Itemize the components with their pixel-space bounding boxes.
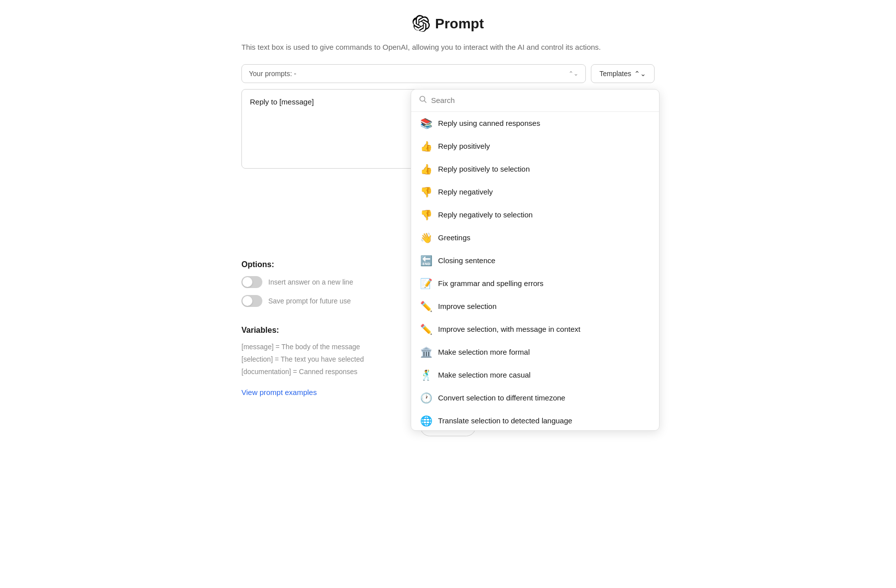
prompts-select[interactable]: Your prompts: - ⌃⌄ — [241, 64, 586, 83]
item-label: Reply using canned responses — [438, 119, 540, 127]
templates-button[interactable]: Templates ⌃⌄ — [591, 64, 655, 83]
item-emoji-icon: 🕺 — [420, 369, 432, 381]
item-emoji-icon: 👎 — [420, 209, 432, 221]
item-label: Convert selection to different timezone — [438, 393, 565, 402]
dropdown-item[interactable]: 👋Greetings — [411, 226, 659, 249]
item-emoji-icon: 👍 — [420, 163, 432, 175]
option-label-2: Save prompt for future use — [268, 297, 351, 305]
item-label: Reply negatively to selection — [438, 210, 533, 219]
dropdown-item[interactable]: 👎Reply negatively to selection — [411, 203, 659, 226]
page-description: This text box is used to give commands t… — [241, 42, 655, 53]
item-label: Fix grammar and spelling errors — [438, 279, 544, 288]
item-label: Greetings — [438, 233, 470, 242]
page-header: Prompt — [412, 15, 484, 33]
dropdown-item[interactable]: 🕺Make selection more casual — [411, 364, 659, 387]
templates-button-label: Templates — [599, 70, 631, 78]
item-emoji-icon: 📝 — [420, 278, 432, 290]
dropdown-item[interactable]: 👍Reply positively — [411, 135, 659, 158]
page-container: Prompt This text box is used to give com… — [224, 15, 672, 588]
dropdown-list: 📚Reply using canned responses👍Reply posi… — [411, 112, 659, 430]
dropdown-item[interactable]: 🕐Convert selection to different timezone — [411, 387, 659, 409]
dropdown-item[interactable]: 📝Fix grammar and spelling errors — [411, 272, 659, 295]
view-examples-link[interactable]: View prompt examples — [241, 388, 317, 396]
item-emoji-icon: 🔚 — [420, 255, 432, 267]
dropdown-item[interactable]: 🔚Closing sentence — [411, 249, 659, 272]
search-icon — [419, 96, 427, 105]
item-label: Improve selection — [438, 302, 497, 310]
item-emoji-icon: 👍 — [420, 140, 432, 152]
dropdown-item[interactable]: 🏛️Make selection more formal — [411, 341, 659, 364]
item-emoji-icon: 👋 — [420, 232, 432, 244]
prompts-select-value: Your prompts: - — [249, 70, 296, 78]
item-emoji-icon: ✏️ — [420, 323, 432, 335]
prompts-select-chevron-icon: ⌃⌄ — [568, 70, 578, 77]
dropdown-item[interactable]: ✏️Improve selection, with message in con… — [411, 318, 659, 341]
toggle-new-line[interactable] — [241, 276, 262, 288]
item-label: Make selection more formal — [438, 348, 530, 356]
prompt-bar: Your prompts: - ⌃⌄ Templates ⌃⌄ — [241, 64, 655, 83]
item-label: Reply positively to selection — [438, 165, 530, 173]
dropdown-item[interactable]: 👍Reply positively to selection — [411, 158, 659, 181]
dropdown-item[interactable]: ✏️Improve selection — [411, 295, 659, 318]
item-emoji-icon: 🕐 — [420, 392, 432, 404]
search-bar — [411, 90, 659, 112]
item-emoji-icon: ✏️ — [420, 300, 432, 312]
dropdown-item[interactable]: 👎Reply negatively — [411, 181, 659, 203]
item-emoji-icon: 🏛️ — [420, 346, 432, 358]
item-label: Reply positively — [438, 142, 490, 150]
openai-logo-icon — [412, 15, 430, 33]
search-input[interactable] — [431, 96, 651, 104]
item-label: Translate selection to detected language — [438, 416, 572, 425]
templates-chevron-icon: ⌃⌄ — [634, 70, 646, 78]
textarea-wrapper: Reply to [message] 📚Reply using canned r… — [241, 83, 655, 171]
item-label: Reply negatively — [438, 188, 493, 196]
item-emoji-icon: 👎 — [420, 186, 432, 198]
item-label: Make selection more casual — [438, 371, 531, 379]
page-title: Prompt — [435, 16, 484, 32]
toggle-save-prompt[interactable] — [241, 295, 262, 307]
dropdown-item[interactable]: 📚Reply using canned responses — [411, 112, 659, 135]
item-label: Closing sentence — [438, 256, 495, 265]
main-content: Reply to [message] 📚Reply using canned r… — [241, 83, 655, 436]
dropdown-item[interactable]: 🌐Translate selection to detected languag… — [411, 409, 659, 430]
templates-dropdown: 📚Reply using canned responses👍Reply posi… — [411, 89, 660, 431]
option-label-1: Insert answer on a new line — [268, 278, 353, 286]
item-label: Improve selection, with message in conte… — [438, 325, 580, 333]
item-emoji-icon: 📚 — [420, 117, 432, 129]
item-emoji-icon: 🌐 — [420, 415, 432, 427]
